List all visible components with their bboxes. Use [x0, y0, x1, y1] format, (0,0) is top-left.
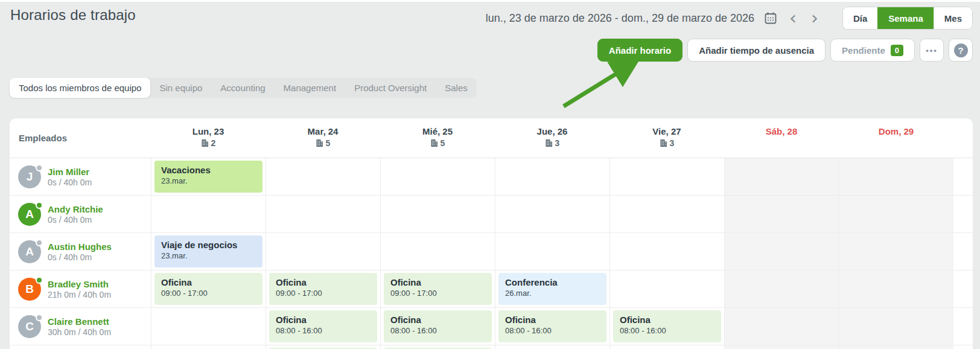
- schedule-cell[interactable]: [724, 271, 839, 307]
- schedule-cell[interactable]: [724, 345, 839, 349]
- view-day-button[interactable]: Día: [843, 7, 877, 29]
- schedule-cell[interactable]: Vacaciones23.mar.: [151, 158, 266, 195]
- schedule-cell[interactable]: [266, 233, 380, 270]
- schedule-cell[interactable]: [839, 233, 953, 270]
- employee-name[interactable]: Austin Hughes: [48, 242, 112, 252]
- day-header: Mié, 255: [380, 118, 495, 158]
- schedule-cell[interactable]: Oficina08:00 - 16:00: [380, 308, 495, 345]
- toolbar: Añadir horario Añadir tiempo de ausencia…: [597, 39, 973, 62]
- employee-name[interactable]: Jim Miller: [48, 167, 92, 177]
- schedule-cell[interactable]: [380, 233, 495, 270]
- schedule-cell[interactable]: [724, 158, 839, 195]
- shift-block[interactable]: Oficina09:00 - 17:00: [384, 273, 492, 305]
- schedule-cell[interactable]: Oficina08:00 - 16:00: [609, 308, 724, 345]
- tab-todos-los-miembros-de-equipo[interactable]: Todos los miembros de equipo: [10, 78, 150, 98]
- tab-product-oversight[interactable]: Product Oversight: [345, 78, 436, 98]
- employee-name[interactable]: Andy Ritchie: [48, 204, 103, 214]
- help-button[interactable]: ?: [949, 39, 973, 62]
- employee-name[interactable]: Bradley Smith: [48, 279, 111, 289]
- shift-block[interactable]: Oficina08:00 - 16:00: [613, 310, 721, 342]
- schedule-cell[interactable]: [151, 308, 266, 345]
- schedule-cell[interactable]: Oficina09:00 - 17:00: [380, 271, 495, 307]
- tab-sin-equipo[interactable]: Sin equipo: [150, 78, 211, 98]
- schedule-cell[interactable]: [495, 196, 609, 232]
- schedule-cell[interactable]: [839, 158, 953, 195]
- employee-info: Andy Ritchie0s / 40h 0m: [48, 204, 103, 225]
- shift-block[interactable]: Oficina08:00 - 16:00: [384, 310, 492, 342]
- shift-block[interactable]: Oficina08:00 - 16:00: [498, 310, 606, 342]
- schedule-cell[interactable]: [609, 271, 724, 307]
- schedule-cell[interactable]: Oficina09:00 - 17:00: [151, 271, 266, 307]
- avatar: A: [18, 240, 41, 263]
- schedule-cell[interactable]: Oficina08:00 - 16:00: [495, 308, 609, 345]
- day-label: Sáb, 28: [724, 126, 839, 136]
- table-row: CClaire Bennett30h 0m / 40h 0mOficina08:…: [10, 308, 973, 345]
- view-month-button[interactable]: Mes: [934, 7, 972, 29]
- shift-time: 23.mar.: [161, 251, 256, 260]
- previous-week-button[interactable]: ‹: [787, 9, 799, 27]
- schedule-cell[interactable]: [609, 196, 724, 232]
- tab-accounting[interactable]: Accounting: [211, 78, 274, 98]
- day-shift-count: 5: [266, 138, 380, 148]
- schedule-cell[interactable]: [380, 345, 495, 349]
- add-absence-button[interactable]: Añadir tiempo de ausencia: [687, 39, 826, 62]
- schedule-cell[interactable]: [495, 158, 609, 195]
- shift-block[interactable]: Oficina08:00 - 16:00: [269, 310, 377, 342]
- day-header: Dom, 29: [839, 118, 953, 158]
- schedule-cell[interactable]: Oficina09:00 - 17:00: [266, 271, 380, 307]
- shift-block[interactable]: Viaje de negocios23.mar.: [154, 235, 262, 267]
- schedule-cell[interactable]: [609, 345, 724, 349]
- view-week-button[interactable]: Semana: [877, 7, 934, 29]
- day-header: Jue, 263: [495, 118, 609, 158]
- status-dot-icon: [36, 239, 43, 246]
- schedule-cell[interactable]: Conferencia26.mar.: [495, 271, 609, 307]
- shift-block[interactable]: Oficina09:00 - 17:00: [154, 273, 262, 305]
- schedule-cell[interactable]: [839, 345, 953, 349]
- avatar: J: [18, 165, 41, 188]
- schedule-cell[interactable]: [839, 271, 953, 307]
- schedule-cell[interactable]: [266, 158, 380, 195]
- schedule-card: Empleados Lun, 232Mar, 245Mié, 255Jue, 2…: [10, 118, 973, 349]
- next-week-button[interactable]: ›: [809, 9, 821, 27]
- schedule-cell[interactable]: [839, 196, 953, 232]
- shift-title: Oficina: [161, 277, 256, 287]
- shift-block[interactable]: Conferencia26.mar.: [498, 273, 606, 305]
- schedule-cell[interactable]: Viaje de negocios23.mar.: [151, 233, 266, 270]
- shift-block[interactable]: Vacaciones23.mar.: [154, 161, 262, 193]
- day-header: Sáb, 28: [724, 118, 839, 158]
- employee-name[interactable]: Claire Bennett: [48, 316, 111, 327]
- status-dot-icon: [36, 164, 43, 171]
- schedule-cell[interactable]: [266, 345, 380, 349]
- building-icon: [316, 139, 323, 147]
- more-options-button[interactable]: •••: [920, 39, 944, 62]
- schedule-cell[interactable]: [266, 196, 380, 232]
- schedule-cell[interactable]: [495, 345, 609, 349]
- pending-button[interactable]: Pendiente 0: [830, 39, 915, 62]
- schedule-cell[interactable]: [724, 308, 839, 345]
- shift-block[interactable]: Oficina09:00 - 17:00: [269, 273, 377, 305]
- status-dot-icon: [36, 277, 43, 284]
- shift-title: Oficina: [505, 315, 600, 325]
- schedule-cell[interactable]: [724, 196, 839, 232]
- shift-title: Vacaciones: [161, 165, 256, 175]
- schedule-cell[interactable]: [495, 233, 609, 270]
- schedule-cell[interactable]: [609, 233, 724, 270]
- view-toggle: Día Semana Mes: [842, 7, 973, 30]
- schedule-cell[interactable]: [151, 196, 266, 232]
- day-shift-count: 2: [151, 138, 266, 148]
- employee-hours: 30h 0m / 40h 0m: [48, 327, 111, 337]
- schedule-cell[interactable]: [724, 233, 839, 270]
- tab-sales[interactable]: Sales: [436, 78, 477, 98]
- schedule-cell[interactable]: [380, 196, 495, 232]
- shift-time: 08:00 - 16:00: [620, 326, 714, 335]
- schedule-cell[interactable]: [151, 345, 266, 349]
- tab-management[interactable]: Management: [275, 78, 346, 98]
- building-icon: [201, 139, 209, 147]
- schedule-cell[interactable]: [839, 308, 953, 345]
- schedule-cell[interactable]: Oficina08:00 - 16:00: [266, 308, 380, 345]
- employee-info: Jim Miller0s / 40h 0m: [48, 167, 92, 187]
- add-schedule-button[interactable]: Añadir horario: [597, 39, 682, 62]
- schedule-cell[interactable]: [380, 158, 495, 195]
- calendar-icon[interactable]: [764, 11, 777, 25]
- schedule-cell[interactable]: [609, 158, 724, 195]
